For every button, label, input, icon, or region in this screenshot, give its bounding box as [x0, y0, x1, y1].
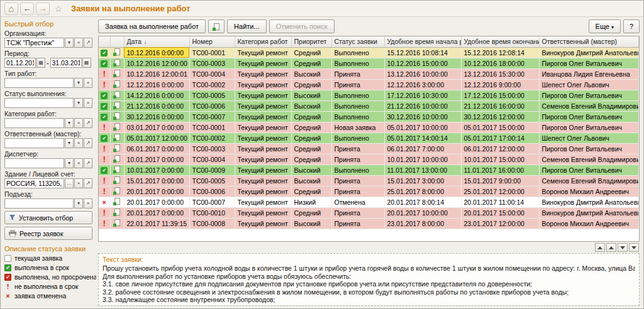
- cell-end-time[interactable]: 25.01.2017 12:00:00: [461, 186, 539, 197]
- cell-category[interactable]: Текущий ремонт: [235, 90, 291, 100]
- cell-category[interactable]: Текущий ремонт: [235, 143, 291, 154]
- cell-end-time[interactable]: 05.01.2017 15:00:00: [461, 122, 539, 133]
- cell-status[interactable]: Принята: [331, 186, 384, 197]
- cell-number[interactable]: ТС00-0003: [189, 58, 235, 68]
- cell-priority[interactable]: Средний: [291, 133, 331, 143]
- category-input[interactable]: [4, 118, 64, 128]
- cell-priority[interactable]: Средний: [291, 47, 331, 58]
- cell-end-time[interactable]: 06.01.2017 12:00:00: [461, 143, 539, 154]
- new-request-button[interactable]: Заявка на выполнение работ: [98, 19, 206, 33]
- cell-start-time[interactable]: 20.01.2017 8:00:14: [384, 197, 461, 207]
- home-button[interactable]: ⌂: [4, 3, 18, 15]
- cell-priority[interactable]: Высокий: [291, 165, 331, 175]
- cell-start-time[interactable]: 10.12.2016 15:00:00: [384, 58, 461, 68]
- cell-master[interactable]: Воронов Михаил Андреевич: [539, 186, 639, 197]
- cell-category[interactable]: Текущий ремонт: [235, 122, 291, 133]
- entrance-dropdown-icon[interactable]: ▾: [74, 198, 83, 209]
- cell-status[interactable]: Новая заявка: [331, 122, 384, 133]
- building-open-icon[interactable]: ↗: [84, 178, 92, 188]
- cell-start-time[interactable]: 06.01.2017 7:00:00: [384, 143, 461, 154]
- period-from-input[interactable]: [4, 58, 36, 68]
- cell-start-time[interactable]: 23.01.2017 8:00:00: [384, 218, 461, 229]
- cell-status[interactable]: Принята: [331, 175, 384, 186]
- cell-date[interactable]: 10.01.2017 0:00:00: [124, 165, 189, 175]
- dispatcher-input[interactable]: [4, 158, 64, 168]
- column-header[interactable]: Удобное время начала работ: [384, 36, 461, 47]
- cell-priority[interactable]: Средний: [291, 111, 331, 122]
- cell-end-time[interactable]: 05.01.2017 17:00:14: [461, 133, 539, 143]
- cell-status[interactable]: Принята: [331, 79, 384, 90]
- cell-number[interactable]: ТС00-0001: [189, 122, 235, 133]
- organization-open-icon[interactable]: ↗: [84, 38, 92, 48]
- cell-master[interactable]: Пирогов Олег Витальевич: [539, 90, 639, 100]
- cell-number[interactable]: ТС00-0002: [189, 133, 235, 143]
- calendar-icon[interactable]: ▦: [82, 58, 91, 68]
- cell-date[interactable]: 12.12.2016 0:00:00: [124, 79, 189, 90]
- table-row[interactable]: !10.01.2017 0:00:00ТС00-0004Текущий ремо…: [99, 154, 639, 165]
- table-row[interactable]: !15.01.2017 0:00:00ТС00-0005Текущий ремо…: [99, 175, 639, 186]
- cell-date[interactable]: 06.01.2017 0:00:00: [124, 143, 189, 154]
- cell-start-time[interactable]: 11.01.2017 13:00:00: [384, 165, 461, 175]
- master-open-icon[interactable]: ↗: [84, 138, 92, 148]
- cell-end-time[interactable]: 15.12.2016 12:08:14: [461, 47, 539, 58]
- cell-category[interactable]: Текущий ремонт: [235, 154, 291, 165]
- cell-priority[interactable]: Высокий: [291, 68, 331, 79]
- table-row[interactable]: ✔10.12.2016 0:00:00ТС00-0001Текущий ремо…: [99, 47, 639, 58]
- column-header[interactable]: [99, 36, 110, 47]
- cell-category[interactable]: Текущий ремонт: [235, 175, 291, 186]
- table-row[interactable]: !20.01.2017 0:00:00ТС00-0010Текущий ремо…: [99, 207, 639, 218]
- find-button[interactable]: Найти...: [227, 19, 267, 33]
- table-row[interactable]: ✔10.01.2017 0:00:00ТС00-0009Текущий ремо…: [99, 165, 639, 175]
- work-type-clear-icon[interactable]: ×: [84, 78, 92, 88]
- cell-status[interactable]: Принята: [331, 143, 384, 154]
- building-input[interactable]: [4, 178, 64, 188]
- cell-status[interactable]: Выполнено: [331, 58, 384, 68]
- cell-date[interactable]: 03.01.2017 0:00:00: [124, 122, 189, 133]
- cell-priority[interactable]: Средний: [291, 58, 331, 68]
- cell-number[interactable]: ТС00-0007: [189, 197, 235, 207]
- cell-start-time[interactable]: 15.12.2016 10:08:14: [384, 47, 461, 58]
- work-type-input[interactable]: [4, 78, 74, 88]
- cell-start-time[interactable]: 15.01.2017 3:00:00: [384, 175, 461, 186]
- cell-status[interactable]: Принята: [331, 207, 384, 218]
- cell-date[interactable]: 05.01.2017 12:00:00: [124, 133, 189, 143]
- cell-number[interactable]: ТС00-0008: [189, 218, 235, 229]
- cell-start-time[interactable]: 21.12.2016 10:00:00: [384, 100, 461, 111]
- cell-category[interactable]: Текущий ремонт: [235, 207, 291, 218]
- copy-request-button[interactable]: [208, 19, 225, 33]
- cell-category[interactable]: Текущий ремонт: [235, 111, 291, 122]
- category-dropdown-icon[interactable]: ▾: [65, 118, 74, 128]
- cell-category[interactable]: Текущий ремонт: [235, 58, 291, 68]
- building-clear-icon[interactable]: ×: [74, 178, 83, 188]
- cell-category[interactable]: Текущий ремонт: [235, 100, 291, 111]
- cell-date[interactable]: 20.01.2017 0:00:00: [124, 207, 189, 218]
- cell-category[interactable]: Текущий ремонт: [235, 197, 291, 207]
- scroll-bottom-button[interactable]: [629, 243, 639, 252]
- cell-priority[interactable]: Средний: [291, 154, 331, 165]
- organization-dropdown-icon[interactable]: ▾: [65, 38, 74, 48]
- master-clear-icon[interactable]: ×: [74, 138, 83, 148]
- register-button[interactable]: Реестр заявок: [4, 227, 92, 240]
- cell-number[interactable]: ТС00-0004: [189, 68, 235, 79]
- calendar-icon[interactable]: ▦: [36, 58, 45, 68]
- scroll-up-button[interactable]: [606, 243, 616, 252]
- column-header[interactable]: Ответственный (мастер): [539, 36, 639, 47]
- entrance-clear-icon[interactable]: ×: [84, 198, 92, 209]
- cell-priority[interactable]: Низкий: [291, 197, 331, 207]
- cell-category[interactable]: Текущий ремонт: [235, 165, 291, 175]
- cell-end-time[interactable]: 20.01.2017 11:00:14: [461, 197, 539, 207]
- cell-category[interactable]: Текущий ремонт: [235, 133, 291, 143]
- table-row[interactable]: !06.01.2017 0:00:00ТС00-0003Текущий ремо…: [99, 143, 639, 154]
- cell-status[interactable]: Выполнено: [331, 100, 384, 111]
- cell-number[interactable]: ТС00-0002: [189, 79, 235, 90]
- table-row[interactable]: ✔05.01.2017 12:00:00ТС00-0002Текущий рем…: [99, 133, 639, 143]
- cell-master[interactable]: Семенов Евгений Владимирович: [539, 100, 639, 111]
- cell-end-time[interactable]: 12.12.2016 9:00:00: [461, 79, 539, 90]
- table-row[interactable]: !12.12.2016 0:00:00ТС00-0002Текущий ремо…: [99, 79, 639, 90]
- cell-priority[interactable]: Средний: [291, 186, 331, 197]
- table-row[interactable]: !10.12.2016 12:00:01ТС00-0004Текущий рем…: [99, 68, 639, 79]
- cell-status[interactable]: Выполнено: [331, 165, 384, 175]
- back-button[interactable]: ←: [20, 3, 34, 15]
- cell-start-time[interactable]: 05.01.2017 14:00:14: [384, 133, 461, 143]
- cell-status[interactable]: Выполнено: [331, 133, 384, 143]
